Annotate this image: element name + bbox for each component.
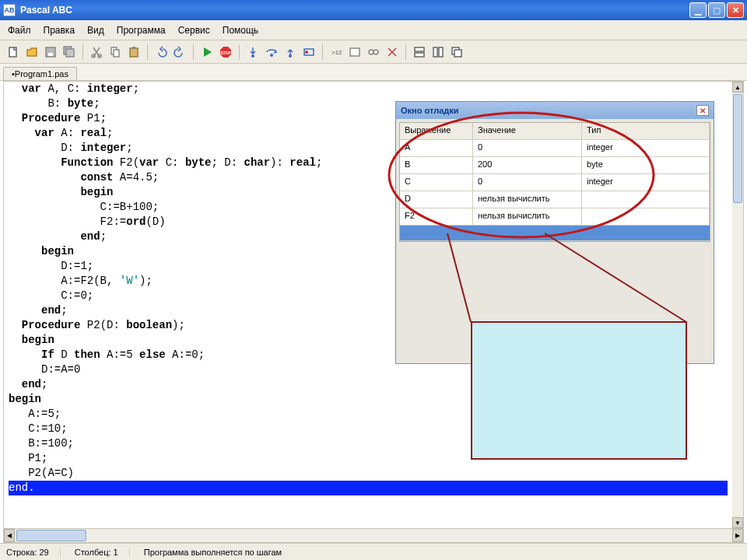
debug-cell: 0 xyxy=(473,140,582,156)
debug-cell: 0 xyxy=(473,174,582,191)
debug-row[interactable]: B200byte xyxy=(400,157,710,174)
svg-rect-4 xyxy=(66,49,74,57)
maximize-button[interactable]: ▢ xyxy=(708,2,725,18)
undo-button[interactable] xyxy=(153,44,170,61)
svg-rect-0 xyxy=(9,47,16,57)
open-file-button[interactable] xyxy=(23,44,40,61)
svg-text:>123: >123 xyxy=(331,49,342,56)
debug-col-type[interactable]: Тип xyxy=(582,123,710,139)
debug-row[interactable]: Dнельзя вычислить xyxy=(400,191,710,208)
status-line: Строка: 29 xyxy=(6,548,61,557)
menu-service[interactable]: Сервис xyxy=(172,22,216,39)
scroll-left-button[interactable]: ◀ xyxy=(4,529,15,542)
debug-selected-row[interactable] xyxy=(400,226,710,241)
watch-button[interactable]: >123 xyxy=(328,44,345,61)
menu-view[interactable]: Вид xyxy=(81,22,110,39)
svg-rect-10 xyxy=(132,47,135,49)
svg-point-20 xyxy=(374,50,378,54)
redo-button[interactable] xyxy=(171,44,188,61)
window-cascade-button[interactable] xyxy=(448,44,465,61)
debug-cell: 200 xyxy=(473,157,582,173)
debug-cell: B xyxy=(400,157,473,173)
debug-header-row: Выражение Значение Тип xyxy=(400,123,710,140)
delete-button[interactable] xyxy=(384,44,401,61)
debug-title-bar[interactable]: Окно отладки ✕ xyxy=(396,102,714,119)
debug-cell: нельзя вычислить xyxy=(473,191,582,208)
minimize-button[interactable]: ▁ xyxy=(689,2,707,18)
scroll-down-button[interactable]: ▼ xyxy=(732,517,743,528)
file-tab-program1[interactable]: •Program1.pas xyxy=(3,67,77,80)
status-bar: Строка: 29 Столбец: 1 Программа выполняе… xyxy=(0,543,747,560)
horizontal-scrollbar[interactable]: ◀ ▶ xyxy=(3,529,744,543)
debug-cell: byte xyxy=(582,157,710,173)
vertical-scrollbar[interactable]: ▲ ▼ xyxy=(732,82,743,528)
menu-help[interactable]: Помощь xyxy=(216,22,265,39)
run-button[interactable] xyxy=(198,44,216,61)
svg-rect-22 xyxy=(415,53,424,57)
save-button[interactable] xyxy=(42,44,59,61)
svg-rect-26 xyxy=(454,50,461,57)
svg-rect-2 xyxy=(48,53,53,56)
debug-cell: A xyxy=(400,140,473,156)
svg-point-16 xyxy=(305,51,308,54)
step-out-button[interactable] xyxy=(282,44,299,61)
window-tile-h-button[interactable] xyxy=(411,44,428,61)
code-line: end. xyxy=(9,481,728,495)
svg-point-13 xyxy=(270,54,273,57)
copy-button[interactable] xyxy=(107,44,124,61)
svg-point-14 xyxy=(289,54,292,58)
svg-rect-24 xyxy=(439,47,443,57)
menu-file[interactable]: Файл xyxy=(2,22,37,39)
close-button[interactable]: ✕ xyxy=(727,2,744,18)
code-line: P2(A=C) xyxy=(9,466,728,481)
svg-point-12 xyxy=(251,54,254,58)
cut-button[interactable] xyxy=(88,44,105,61)
step-over-button[interactable] xyxy=(263,44,280,61)
debug-row[interactable]: A0integer xyxy=(400,140,710,157)
scroll-right-button[interactable]: ▶ xyxy=(732,529,743,542)
annotation-callout-box xyxy=(471,321,687,460)
debug-title: Окно отладки xyxy=(401,106,459,115)
scroll-up-button[interactable]: ▲ xyxy=(732,82,743,93)
window-tile-v-button[interactable] xyxy=(430,44,447,61)
menu-edit[interactable]: Правка xyxy=(37,22,82,39)
new-file-button[interactable] xyxy=(5,44,22,61)
debug-row[interactable]: C0integer xyxy=(400,174,710,191)
status-message: Программа выполняется по шагам xyxy=(144,548,282,557)
console-button[interactable] xyxy=(346,44,363,61)
stop-button[interactable]: STOP xyxy=(217,44,234,61)
debug-cell xyxy=(582,191,710,208)
svg-point-19 xyxy=(369,50,374,54)
svg-text:STOP: STOP xyxy=(220,51,231,55)
status-column: Столбец: 1 xyxy=(75,548,130,557)
title-bar: AB Pascal ABC ▁ ▢ ✕ xyxy=(0,0,747,20)
code-line: var A, C: integer; xyxy=(9,82,728,96)
window-title: Pascal ABC xyxy=(20,5,72,16)
svg-rect-18 xyxy=(350,48,359,56)
debug-col-value[interactable]: Значение xyxy=(473,123,582,139)
tab-strip: •Program1.pas xyxy=(0,64,747,81)
debug-table: Выражение Значение Тип A0integerB200byte… xyxy=(399,122,710,242)
paste-button[interactable] xyxy=(125,44,142,61)
debug-cell: нельзя вычислить xyxy=(473,208,582,225)
hscroll-thumb[interactable] xyxy=(16,530,86,541)
debug-cell xyxy=(582,208,710,225)
debug-cell: integer xyxy=(582,174,710,191)
debug-col-expression[interactable]: Выражение xyxy=(400,123,473,139)
svg-rect-21 xyxy=(415,47,424,51)
menu-bar: Файл Правка Вид Программа Сервис Помощь xyxy=(0,20,747,40)
debug-cell: C xyxy=(400,174,473,191)
app-icon: AB xyxy=(3,4,16,16)
save-all-button[interactable] xyxy=(61,44,78,61)
breakpoint-button[interactable] xyxy=(300,44,317,61)
debug-cell: integer xyxy=(582,140,710,156)
svg-rect-23 xyxy=(433,47,437,57)
debug-row[interactable]: F2нельзя вычислить xyxy=(400,208,710,226)
debug-close-button[interactable]: ✕ xyxy=(696,105,709,116)
scroll-thumb[interactable] xyxy=(733,94,742,203)
link-button[interactable] xyxy=(365,44,382,61)
svg-rect-9 xyxy=(130,48,138,57)
step-into-button[interactable] xyxy=(244,44,261,61)
menu-program[interactable]: Программа xyxy=(110,22,172,39)
toolbar: STOP >123 xyxy=(0,40,747,64)
